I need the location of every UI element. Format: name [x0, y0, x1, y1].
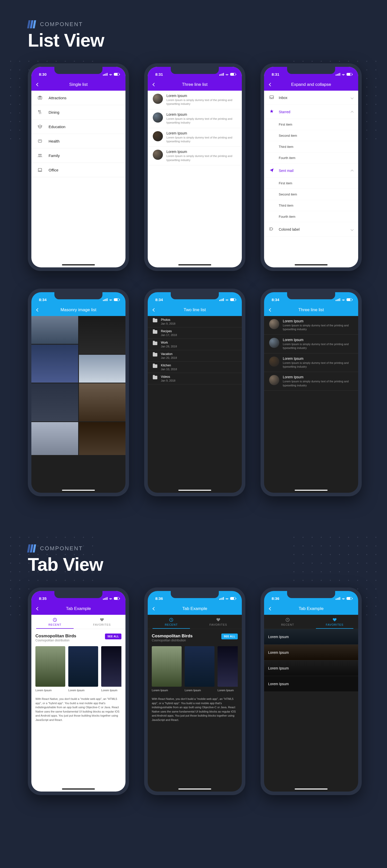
- phone-single-list: 8:30 Single list AttractionsDiningEducat…: [28, 63, 129, 271]
- list-item[interactable]: Education: [31, 120, 126, 134]
- expand-sub-item[interactable]: First item: [264, 119, 358, 130]
- back-button[interactable]: [151, 307, 157, 313]
- list-item[interactable]: RecipesJan 17, 2018: [148, 328, 242, 339]
- svg-point-8: [270, 229, 271, 229]
- list-item[interactable]: VacationJan 20, 2018: [148, 350, 242, 362]
- back-button[interactable]: [151, 82, 157, 88]
- favorite-item[interactable]: Lorem Ipsum: [264, 676, 358, 692]
- expand-sub-item[interactable]: Second item: [264, 189, 358, 200]
- three-line-content: Lorem IpsumLorem Ipsum is simply dummy t…: [148, 91, 242, 268]
- card-image: [68, 646, 98, 687]
- notch: [55, 67, 102, 74]
- masonry-image[interactable]: [31, 345, 78, 382]
- list-item[interactable]: Dining: [31, 105, 126, 120]
- card-item[interactable]: Lorem Ipsum: [68, 646, 98, 692]
- list-item[interactable]: Lorem IpsumLorem Ipsum is simply dummy t…: [148, 110, 242, 128]
- tab-favorites[interactable]: FAVORITES: [311, 615, 358, 629]
- avatar: [269, 375, 279, 385]
- expand-sub-item[interactable]: Second item: [264, 130, 358, 141]
- expand-sub-item[interactable]: Third item: [264, 141, 358, 152]
- list-item[interactable]: Lorem IpsumLorem Ipsum is simply dummy t…: [264, 372, 358, 391]
- list-item[interactable]: Lorem IpsumLorem Ipsum is simply dummy t…: [264, 353, 358, 372]
- favorite-item[interactable]: Lorem Ipsum: [264, 660, 358, 676]
- list-item-title: Lorem Ipsum: [167, 113, 237, 117]
- status-time: 8:34: [39, 298, 46, 302]
- expand-sub-item[interactable]: Third item: [264, 200, 358, 211]
- list-item[interactable]: Lorem IpsumLorem Ipsum is simply dummy t…: [148, 147, 242, 165]
- list-item[interactable]: Attractions: [31, 91, 126, 105]
- home-indicator: [178, 265, 211, 266]
- tab-label: RECENT: [165, 623, 178, 626]
- expand-sub-item[interactable]: Fourth item: [264, 211, 358, 222]
- see-all-button[interactable]: SEE ALL: [221, 633, 238, 639]
- card-item[interactable]: Lorem Ipsum: [217, 646, 238, 692]
- list-item[interactable]: VideosJan 9, 2018: [148, 373, 242, 384]
- navbar-title: Masonry image list: [61, 307, 96, 312]
- section-label: COMPONENT: [40, 545, 83, 552]
- favorite-item[interactable]: Lorem Ipsum: [264, 629, 358, 645]
- card-scroll[interactable]: Lorem IpsumLorem IpsumLorem Ipsum: [35, 646, 121, 692]
- list-item-label: Dining: [48, 110, 60, 115]
- favorite-label: Lorem Ipsum: [268, 635, 289, 639]
- tab-label: RECENT: [48, 623, 61, 626]
- masonry-image[interactable]: [31, 383, 78, 421]
- list-item[interactable]: Health: [31, 134, 126, 148]
- list-item-desc: Lorem Ipsum is simply dummy text of the …: [283, 379, 353, 388]
- back-button[interactable]: [35, 82, 41, 88]
- card-scroll[interactable]: Lorem IpsumLorem IpsumLorem Ipsum: [152, 646, 238, 692]
- list-item-title: Videos: [161, 375, 176, 378]
- back-button[interactable]: [151, 606, 157, 612]
- tab-favorites[interactable]: FAVORITES: [195, 615, 242, 629]
- notch: [287, 292, 335, 299]
- card-item[interactable]: Lorem Ipsum: [101, 646, 121, 692]
- avatar: [153, 94, 163, 104]
- back-button[interactable]: [268, 307, 274, 313]
- tab-recent[interactable]: RECENT: [148, 615, 195, 629]
- list-item[interactable]: PhotosJan 9, 2018: [148, 316, 242, 328]
- list-item-label: Attractions: [48, 96, 67, 100]
- masonry-image[interactable]: [31, 422, 78, 455]
- phone-tab-dark-fav: 8:36 Tab Example RECENTFAVORITESLorem Ip…: [260, 587, 362, 795]
- expand-sub-item[interactable]: Fourth item: [264, 152, 358, 163]
- card-item[interactable]: Lorem Ipsum: [185, 646, 214, 692]
- see-all-button[interactable]: SEE ALL: [105, 633, 121, 639]
- list-item[interactable]: WorkJan 28, 2018: [148, 339, 242, 350]
- tab-favorites[interactable]: FAVORITES: [78, 615, 126, 629]
- list-item[interactable]: Lorem IpsumLorem Ipsum is simply dummy t…: [264, 335, 358, 353]
- list-item[interactable]: Office: [31, 163, 126, 177]
- list-item[interactable]: Lorem IpsumLorem Ipsum is simply dummy t…: [148, 128, 242, 147]
- expand-group-header[interactable]: Sent mail: [264, 163, 358, 178]
- tab-recent[interactable]: RECENT: [264, 615, 311, 629]
- expand-sub-item[interactable]: First item: [264, 178, 358, 189]
- masonry-image[interactable]: [79, 422, 126, 455]
- folder-icon: [153, 330, 157, 334]
- masonry-image[interactable]: [79, 355, 126, 382]
- masonry-image[interactable]: [79, 383, 126, 421]
- education-icon: [37, 124, 42, 129]
- folder-icon: [153, 353, 157, 356]
- list-item[interactable]: Lorem IpsumLorem Ipsum is simply dummy t…: [148, 91, 242, 110]
- back-button[interactable]: [268, 82, 274, 88]
- tab-recent[interactable]: RECENT: [31, 615, 78, 629]
- chevron-down-icon: [351, 96, 353, 99]
- home-indicator: [62, 265, 95, 266]
- expand-group-header[interactable]: Starred: [264, 105, 358, 119]
- back-button[interactable]: [35, 307, 41, 313]
- list-item-desc: Lorem Ipsum is simply dummy text of the …: [283, 361, 353, 369]
- masonry-image[interactable]: [31, 316, 78, 344]
- masonry-image[interactable]: [79, 316, 126, 354]
- back-button[interactable]: [268, 606, 274, 612]
- expand-group-header[interactable]: Inbox: [264, 91, 358, 105]
- expand-group-header[interactable]: Colored label: [264, 222, 358, 237]
- list-item[interactable]: Family: [31, 148, 126, 163]
- list-item-desc: Lorem Ipsum is simply dummy text of the …: [283, 342, 353, 350]
- notch: [171, 292, 219, 299]
- list-item-label: Education: [48, 125, 66, 129]
- list-item[interactable]: KitchenJan 10, 2018: [148, 362, 242, 373]
- list-item[interactable]: Lorem IpsumLorem Ipsum is simply dummy t…: [264, 316, 358, 335]
- favorite-item[interactable]: Lorem Ipsum: [264, 645, 358, 660]
- back-button[interactable]: [35, 606, 41, 612]
- navbar: Tab Example: [148, 602, 242, 615]
- card-item[interactable]: Lorem Ipsum: [35, 646, 65, 692]
- card-item[interactable]: Lorem Ipsum: [152, 646, 182, 692]
